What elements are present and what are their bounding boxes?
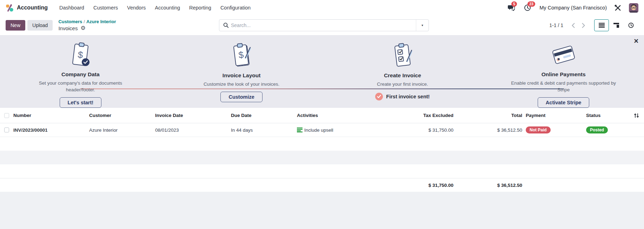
menu-dashboard[interactable]: Dashboard (55, 5, 89, 11)
cell-due-date: In 44 days (231, 127, 297, 133)
pager: 1-1 / 1 (549, 19, 638, 31)
step-description: Customize the look of your invoices. (204, 81, 279, 88)
main-menu: Dashboard Customers Vendors Accounting R… (55, 5, 255, 11)
list-header-row: Number Customer Invoice Date Due Date Ac… (0, 108, 644, 123)
breadcrumb-separator: / (82, 19, 86, 24)
activities-button[interactable]: 23 (523, 4, 532, 12)
company-data-icon: $ (69, 40, 92, 70)
chevron-down-icon: ▼ (421, 24, 424, 27)
onboarding-banner: × $ Company Data Set your company's data… (0, 35, 644, 108)
step-description: Enable credit & debit card payments supp… (511, 80, 616, 93)
menu-vendors[interactable]: Vendors (122, 5, 150, 11)
activity-list-icon[interactable] (297, 127, 303, 132)
invoice-row[interactable]: INV/2023/00001 Azure Interior 08/01/2023… (0, 123, 644, 137)
view-switcher (594, 19, 638, 31)
cell-activities: Include upsell (297, 127, 383, 133)
search-input[interactable] (229, 22, 416, 28)
kanban-icon (613, 23, 619, 28)
odoo-accounting-logo-icon (6, 4, 14, 12)
footer-tax-excluded-total: $ 31,750.00 (383, 183, 453, 188)
onboarding-step-invoice-layout: $ Invoice Layout Customize the look of y… (161, 35, 322, 108)
messages-count-badge: 5 (511, 1, 517, 7)
upload-button[interactable]: Upload (27, 20, 53, 31)
activity-view-button[interactable] (624, 19, 638, 31)
header-activities[interactable]: Activities (297, 113, 383, 118)
topbar-right: 5 23 My Company (San Francisco) (507, 3, 638, 13)
header-tax-excluded[interactable]: Tax Excluded (383, 113, 453, 118)
menu-accounting[interactable]: Accounting (150, 5, 185, 11)
header-total[interactable]: Total (453, 113, 522, 118)
pager-previous-button[interactable] (568, 21, 578, 30)
app-menu-button[interactable]: Accounting (6, 4, 48, 12)
header-invoice-date[interactable]: Invoice Date (155, 113, 231, 118)
header-due-date[interactable]: Due Date (231, 113, 297, 118)
messages-button[interactable]: 5 (507, 4, 516, 12)
breadcrumb: Customers/Azure Interior Invoices ⚙ (58, 19, 116, 32)
step-description: Create your first invoice. (377, 81, 428, 88)
top-navbar: Accounting Dashboard Customers Vendors A… (0, 0, 644, 15)
menu-configuration[interactable]: Configuration (216, 5, 255, 11)
status-badge: Posted (586, 126, 608, 133)
activity-label: Include upsell (304, 127, 333, 133)
step-title: Invoice Layout (223, 72, 261, 79)
cell-customer: Azure Interior (89, 127, 155, 133)
breadcrumb-azure-interior-link[interactable]: Azure Interior (86, 19, 116, 24)
empty-row (0, 151, 644, 164)
first-invoice-sent-status: First invoice sent! (375, 93, 430, 100)
control-bar: New Upload Customers/Azure Interior Invo… (0, 15, 644, 35)
done-check-icon (375, 93, 383, 100)
pager-range[interactable]: 1-1 / 1 (549, 22, 563, 28)
activity-clock-icon (628, 22, 634, 28)
optional-columns-icon[interactable] (634, 113, 639, 118)
activities-count-badge: 23 (527, 1, 535, 7)
new-button[interactable]: New (6, 20, 25, 31)
menu-reporting[interactable]: Reporting (185, 5, 216, 11)
onboarding-step-create-invoice: Create Invoice Create your first invoice… (322, 35, 483, 108)
cell-total: $ 36,512.50 (453, 127, 522, 133)
page-title: Invoices (58, 25, 78, 32)
empty-row (0, 164, 644, 178)
step-title: Company Data (61, 71, 100, 78)
kanban-view-button[interactable] (609, 19, 624, 31)
header-number[interactable]: Number (13, 113, 89, 118)
footer-total: $ 36,512.50 (453, 183, 522, 188)
row-checkbox[interactable] (4, 127, 9, 132)
cell-invoice-date: 08/01/2023 (155, 127, 231, 133)
company-switcher[interactable]: My Company (San Francisco) (539, 5, 607, 11)
menu-customers[interactable]: Customers (89, 5, 122, 11)
list-view-button[interactable] (594, 19, 609, 31)
payment-status-badge: Not Paid (526, 126, 551, 133)
app-name: Accounting (17, 5, 48, 11)
activate-stripe-button[interactable]: Activate Stripe (538, 97, 590, 108)
header-customer[interactable]: Customer (89, 113, 155, 118)
lets-start-button[interactable]: Let's start! (60, 97, 102, 108)
done-label: First invoice sent! (386, 94, 430, 99)
cell-number: INV/2023/00001 (13, 127, 89, 133)
header-status[interactable]: Status (583, 113, 628, 118)
create-invoice-icon (391, 40, 414, 71)
search-filters-toggle[interactable]: ▼ (416, 20, 429, 31)
list-icon (599, 23, 605, 28)
onboarding-step-company-data: $ Company Data Set your company's data f… (0, 35, 161, 108)
totals-row: $ 31,750.00 $ 36,512.50 (0, 178, 644, 192)
step-title: Create Invoice (384, 72, 421, 79)
select-all-checkbox[interactable] (4, 113, 9, 118)
step-title: Online Payments (542, 71, 586, 78)
online-payments-icon (551, 40, 577, 70)
header-payment[interactable]: Payment (522, 113, 583, 118)
breadcrumb-customers-link[interactable]: Customers (58, 19, 82, 24)
empty-row (0, 137, 644, 151)
tools-icon[interactable] (615, 5, 621, 11)
search-bar: ▼ (219, 19, 429, 31)
invoice-layout-icon: $ (230, 40, 253, 71)
search-icon (223, 22, 229, 28)
cell-tax-excluded: $ 31,750.00 (383, 127, 453, 133)
gear-icon[interactable]: ⚙ (80, 25, 85, 31)
onboarding-step-online-payments: Online Payments Enable credit & debit ca… (483, 35, 644, 108)
step-description: Set your company's data for documents he… (31, 80, 130, 93)
pager-next-button[interactable] (578, 21, 589, 30)
user-avatar[interactable] (629, 3, 638, 13)
customize-button[interactable]: Customize (220, 92, 262, 102)
